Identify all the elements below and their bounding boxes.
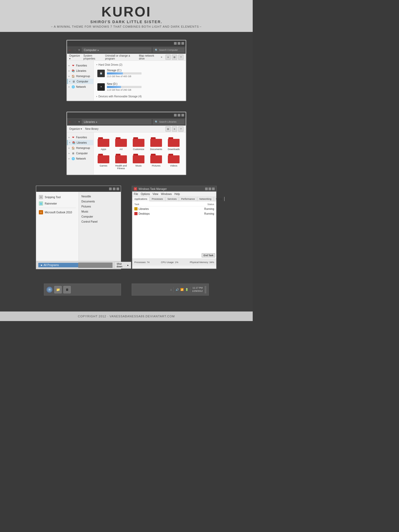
tab-applications[interactable]: Applications <box>132 197 150 201</box>
menu-windows[interactable]: Windows <box>161 193 172 196</box>
right-item-controlpanel[interactable]: Control Panel <box>79 219 121 224</box>
uninstall-button[interactable]: Uninstall or change a program <box>105 54 136 60</box>
minimize-button[interactable] <box>174 42 177 45</box>
list-item[interactable]: Music <box>131 154 146 170</box>
minimize-btn-start[interactable] <box>109 188 112 190</box>
address-path[interactable]: Computer ▸ <box>82 47 152 53</box>
lib-sidebar-item-libraries[interactable]: ▾ 📚 Libraries <box>67 140 93 145</box>
search-box-2[interactable]: 🔍 Search Libraries <box>153 119 185 124</box>
list-item[interactable]: Downloads <box>167 137 181 151</box>
tab-services[interactable]: Services <box>165 197 179 201</box>
system-properties-button[interactable]: System properties <box>84 54 102 60</box>
lib-sidebar-item-computer[interactable]: ▸ 🖥 Computer <box>67 151 93 156</box>
table-row[interactable]: Libraries Running <box>133 206 215 211</box>
tab-networking[interactable]: Networking <box>197 197 214 201</box>
taskbar-explorer-icon[interactable]: 📁 <box>54 286 62 293</box>
minimize-button-2[interactable] <box>174 114 177 117</box>
view-icon-1[interactable]: ≡ <box>165 55 171 60</box>
tab-performance[interactable]: Performance <box>179 197 197 201</box>
maximize-button[interactable] <box>178 42 180 45</box>
tray-show-hidden-icon[interactable]: △ <box>170 288 172 291</box>
sidebar-item-libraries[interactable]: ▸ 📚 Libraries <box>67 68 93 73</box>
right-item-music[interactable]: Music <box>79 209 121 214</box>
sidebar-label-network: Network <box>76 85 86 88</box>
tab-users[interactable]: Users <box>214 197 225 201</box>
sidebar-item-network[interactable]: ▸ 🌐 Network <box>67 84 93 89</box>
start-item-outlook[interactable]: O Microsoft Outlook 2010 <box>36 209 78 215</box>
site-title: KUROI <box>0 5 253 19</box>
expand-icon: ▾ <box>69 80 70 83</box>
view-icon-4[interactable]: ≡ <box>172 126 177 132</box>
lib-sidebar-item-favorites[interactable]: ▸ ❤ Favorites <box>67 135 93 140</box>
list-item[interactable]: Pictures <box>149 154 163 170</box>
tab-processes[interactable]: Processes <box>150 197 165 201</box>
sidebar-item-computer[interactable]: ▾ 🖥 Computer <box>67 79 93 84</box>
list-item[interactable]: Customize <box>131 137 146 151</box>
minimize-btn-tm[interactable] <box>205 188 208 190</box>
menu-file[interactable]: File <box>134 193 138 196</box>
maximize-btn-tm[interactable] <box>209 188 211 190</box>
start-search-bar[interactable] <box>78 263 113 268</box>
forward-button[interactable]: → <box>73 48 77 52</box>
end-task-button[interactable]: End Task <box>202 253 215 257</box>
help-icon[interactable]: ? <box>178 55 184 60</box>
all-programs-button[interactable]: ► All Programs <box>38 263 78 267</box>
forward-button-2[interactable]: → <box>73 120 77 124</box>
drive-c-item[interactable]: 💾 Storage (C:) 213 GB free of 465 GB <box>96 68 183 79</box>
section-arrow: ▾ <box>96 64 97 66</box>
close-btn-start[interactable] <box>117 188 119 190</box>
maximize-button-2[interactable] <box>178 114 180 117</box>
sidebar-item-favorites[interactable]: ▸ ❤ Favorites <box>67 63 93 68</box>
task-mgr-title: Windows Task Manager <box>139 188 167 190</box>
lib-sidebar-item-homegroup[interactable]: ▸ 🏠 Homegroup <box>67 145 93 151</box>
address-path-2[interactable]: Libraries ▸ <box>82 119 152 124</box>
folder-icon-apps <box>98 137 109 147</box>
taskbar-screen-icon[interactable]: 🖥 <box>63 286 71 293</box>
list-item[interactable]: Apps <box>96 137 111 151</box>
list-item[interactable]: Videos <box>167 154 181 170</box>
new-library-button[interactable]: New library <box>85 127 98 130</box>
drive-d-name: New (D:) <box>107 82 182 85</box>
back-button[interactable]: ← <box>68 48 72 52</box>
right-item-nessttle[interactable]: Nessttle <box>79 194 121 199</box>
view-icon-3[interactable]: ⊞ <box>165 126 171 132</box>
path-arrow: ▸ <box>98 48 99 52</box>
help-icon-2[interactable]: ? <box>178 126 184 132</box>
close-btn-tm[interactable] <box>212 188 215 190</box>
organize-button[interactable]: Organize ▾ <box>69 54 80 60</box>
up-button[interactable]: ▼ <box>78 48 81 52</box>
list-item[interactable]: Health and Fitness <box>114 154 128 170</box>
start-menu-right: Nessttle Documents Pictures Music Comput… <box>79 192 121 261</box>
right-item-computer[interactable]: Computer <box>79 214 121 219</box>
menu-help[interactable]: Help <box>174 193 180 196</box>
tray-clock[interactable]: 11:17 PM 1/29/2012 <box>192 286 203 293</box>
menu-view[interactable]: View <box>153 193 159 196</box>
site-subtitle: SHIROI'S DARK LITTLE SISTER. <box>0 20 253 24</box>
show-desktop-button[interactable] <box>205 286 206 293</box>
menu-options[interactable]: Options <box>141 193 150 196</box>
up-button-2[interactable]: ▼ <box>78 120 81 123</box>
map-network-button[interactable]: Map network drive <box>139 54 157 60</box>
start-item-rainmeter[interactable]: 💧 Rainmeter <box>36 200 78 207</box>
libraries-toolbar: Organize ▾ New library ⊞ ≡ ? <box>67 126 186 132</box>
shutdown-button[interactable]: Shut down ▸ <box>114 262 131 269</box>
list-item[interactable]: Art <box>114 137 128 151</box>
sidebar-item-homegroup[interactable]: ▸ 🏠 Homegroup <box>67 73 93 79</box>
right-item-pictures[interactable]: Pictures <box>79 204 121 209</box>
close-button[interactable] <box>181 42 184 45</box>
right-item-documents[interactable]: Documents <box>79 199 121 204</box>
list-item[interactable]: Games <box>96 154 111 170</box>
drive-d-item[interactable]: ✕ New (D:) 119 GB free of 290 GB <box>96 81 183 92</box>
back-button-2[interactable]: ← <box>68 120 72 124</box>
start-item-snipping[interactable]: ✂ Snipping Tool <box>36 194 78 200</box>
close-button-2[interactable] <box>181 114 184 117</box>
lib-sidebar-item-network[interactable]: ▸ 🌐 Network <box>67 156 93 161</box>
start-button[interactable]: ⊙ <box>46 286 53 293</box>
maximize-btn-start[interactable] <box>113 188 115 190</box>
search-box[interactable]: 🔍 Search Computer <box>153 47 185 53</box>
more-button[interactable]: » <box>161 56 162 59</box>
view-icon-2[interactable]: ⊞ <box>172 55 177 60</box>
organize-button-2[interactable]: Organize ▾ <box>69 127 82 130</box>
list-item[interactable]: Documents <box>149 137 163 151</box>
table-row[interactable]: Desktops Running <box>133 211 215 216</box>
